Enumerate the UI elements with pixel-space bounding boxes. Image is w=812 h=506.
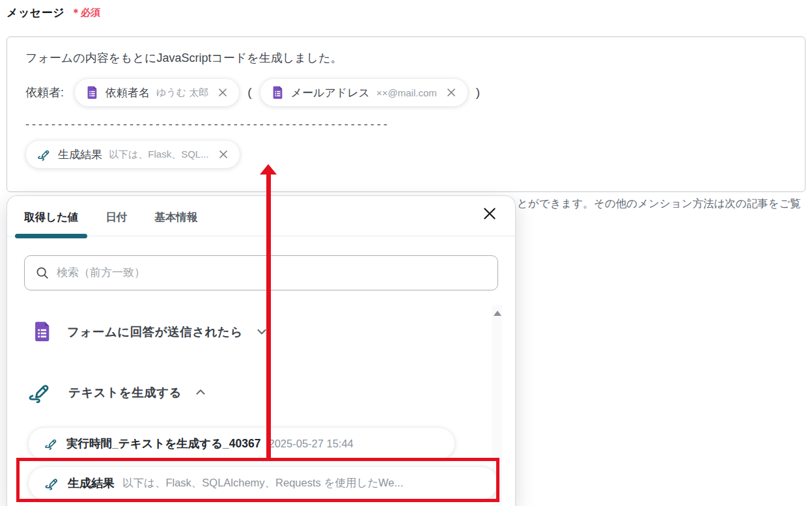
pen-signature-icon [43, 436, 59, 451]
mention-list: フォームに回答が送信されたら テキストを生成する [7, 305, 515, 506]
google-forms-icon [85, 85, 99, 100]
pen-signature-icon [43, 475, 60, 492]
editor-text-line4: 生成結果 以下は、Flask、SQL... [25, 140, 787, 169]
option-label: 生成結果 [68, 475, 115, 491]
chevron-up-icon[interactable] [193, 385, 208, 399]
chip-requester-name[interactable]: 依頼者名 ゆうむ 太郎 [74, 78, 240, 107]
chevron-down-icon[interactable] [255, 324, 269, 339]
close-icon[interactable] [480, 204, 499, 223]
group-generate-text[interactable]: テキストを生成する [25, 378, 208, 406]
search-box[interactable] [24, 255, 498, 290]
tab-obtained-values[interactable]: 取得した値 [24, 210, 78, 236]
chip-label: メールアドレス [291, 85, 370, 100]
editor-text-line1: フォームの内容をもとにJavaScriptコードを生成しました。 [25, 50, 787, 66]
popup-tab-bar: 取得した値 日付 基本情報 [7, 196, 515, 236]
required-badge: ＊必須 [71, 7, 100, 19]
scroll-up-icon[interactable] [494, 311, 501, 316]
message-editor[interactable]: フォームの内容をもとにJavaScriptコードを生成しました。 依頼者: 依頼… [7, 36, 805, 192]
search-icon [35, 266, 49, 280]
google-forms-icon [31, 320, 53, 343]
field-label: メッセージ [7, 5, 64, 20]
chip-label: 依頼者名 [105, 85, 150, 100]
chip-value: ゆうむ 太郎 [156, 87, 208, 99]
chip-email[interactable]: メールアドレス ××@mail.com [260, 78, 468, 107]
pen-signature-icon [25, 378, 53, 406]
paren-close: ) [476, 85, 480, 100]
background-help-text: とができます。その他のメンション方法は次の記事をご覧 [517, 197, 812, 211]
group-label: フォームに回答が送信されたら [67, 324, 243, 340]
option-label: 実行時間_テキストを生成する_40367 [66, 436, 261, 451]
tab-date[interactable]: 日付 [105, 210, 127, 236]
chip-label: 生成結果 [58, 147, 102, 162]
option-value: 2025-05-27 15:44 [269, 438, 354, 450]
chip-value: 以下は、Flask、SQL... [109, 148, 209, 161]
option-execution-time[interactable]: 実行時間_テキストを生成する_40367 2025-05-27 15:44 [28, 427, 455, 460]
field-label-row: メッセージ ＊必須 [7, 5, 100, 20]
search-input[interactable] [57, 266, 487, 279]
group-form-trigger[interactable]: フォームに回答が送信されたら [31, 320, 269, 343]
pen-signature-icon [36, 147, 51, 162]
option-value: 以下は、Flask、SQLAlchemy、Requests を使用したWe... [122, 476, 403, 490]
divider-dashes: ----------------------------------------… [25, 118, 787, 132]
mention-picker-popup: 取得した値 日付 基本情報 [7, 195, 516, 506]
google-forms-icon [270, 85, 285, 100]
requester-prefix: 依頼者: [25, 85, 64, 100]
active-tab-indicator [15, 234, 87, 238]
chip-value: ××@mail.com [376, 87, 437, 98]
remove-chip-icon[interactable] [217, 148, 230, 161]
remove-chip-icon[interactable] [216, 86, 229, 99]
editor-text-line2: 依頼者: 依頼者名 ゆうむ 太郎 ( [25, 78, 787, 107]
chip-generated-result[interactable]: 生成結果 以下は、Flask、SQL... [25, 140, 240, 169]
group-label: テキストを生成する [68, 384, 182, 401]
paren-open: ( [247, 85, 251, 100]
tab-basic-info[interactable]: 基本情報 [154, 210, 197, 236]
remove-chip-icon[interactable] [445, 86, 458, 99]
option-generated-result[interactable]: 生成結果 以下は、Flask、SQLAlchemy、Requests を使用した… [28, 466, 498, 500]
